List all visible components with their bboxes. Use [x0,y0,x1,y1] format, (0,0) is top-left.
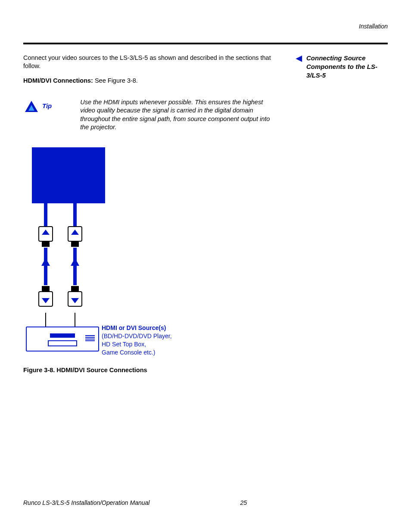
hdmi-plug-top-1 [38,226,53,242]
tip-block: Tip Use the HDMI inputs whenever possibl… [23,98,284,132]
hdmi-plug-top-2 [68,226,82,242]
device-vents-icon [85,335,95,341]
hdmi-plug-bottom-1 [38,291,53,307]
side-heading-row: ◀ Connecting Source Components to the LS… [296,54,378,80]
hdmi-plug-bottom-2 [68,291,82,307]
tip-badge: Tip [24,100,52,113]
cable-mid-1 [44,248,47,285]
main-column: Connect your video sources to the LS-3/L… [23,54,284,375]
cable-top-2 [73,203,77,229]
footer-page-number: 25 [240,499,247,507]
intro-text: Connect your video sources to the LS-3/L… [23,54,284,71]
tip-triangle-icon [24,100,39,113]
thin-cable-2 [75,313,75,327]
arrow-up-2-icon [71,258,79,266]
thin-cable-1 [45,313,46,327]
cable-mid-2 [73,248,77,285]
source-title: HDMI or DVI Source(s) [102,324,172,332]
page-footer: Runco LS-3/LS-5 Installation/Operation M… [23,499,388,507]
hdmi-ref: See Figure 3-8. [93,77,138,84]
figure-3-8: HDMI or DVI Source(s) (BD/HD-DVD/DVD Pla… [23,147,196,358]
hdmi-connections-line: HDMI/DVI Connections: See Figure 3-8. [23,77,284,85]
figure-caption: Figure 3-8. HDMI/DVI Source Connections [23,366,284,375]
side-column: ◀ Connecting Source Components to the LS… [296,54,378,375]
arrow-up-1-icon [41,258,50,266]
footer-manual-title: Runco LS-3/LS-5 Installation/Operation M… [23,499,149,507]
page-header-section: Installation [23,22,388,31]
tip-text: Use the HDMI inputs whenever possible. T… [80,98,278,132]
tip-label: Tip [42,102,52,110]
source-line-3: Game Console etc.) [102,348,172,357]
header-rule [23,43,388,44]
source-label: HDMI or DVI Source(s) (BD/HD-DVD/DVD Pla… [102,324,172,357]
side-arrow-icon: ◀ [296,54,302,62]
source-device [26,327,99,352]
side-heading: Connecting Source Components to the LS-3… [306,54,378,80]
hdmi-label: HDMI/DVI Connections: [23,77,93,84]
source-line-2: HD Set Top Box, [102,340,172,348]
cable-top-1 [44,203,47,229]
source-line-1: (BD/HD-DVD/DVD Player, [102,332,172,340]
projector-panel [32,147,105,203]
